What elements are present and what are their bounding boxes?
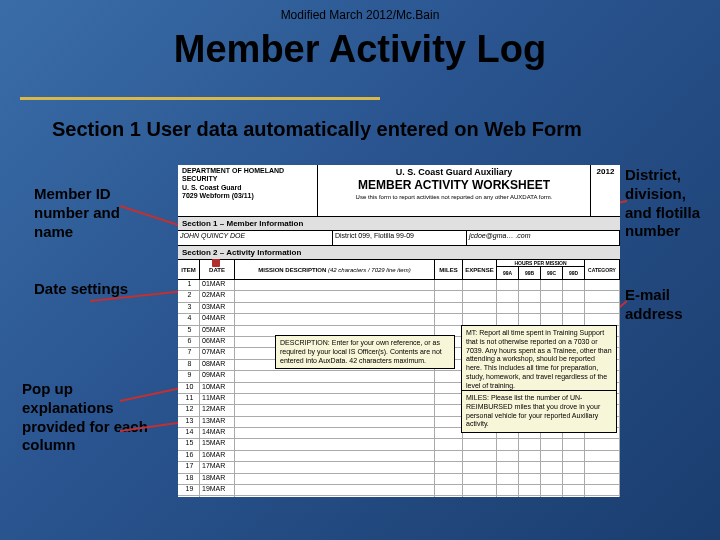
cell-category[interactable] bbox=[585, 439, 620, 449]
cell-date[interactable]: 10MAR bbox=[200, 383, 235, 393]
cell-expense[interactable] bbox=[463, 474, 497, 484]
cell-miles[interactable] bbox=[435, 280, 463, 290]
cell-99a[interactable] bbox=[497, 451, 519, 461]
cell-99c[interactable] bbox=[541, 496, 563, 497]
cell-category[interactable] bbox=[585, 496, 620, 497]
cell-desc[interactable] bbox=[235, 383, 435, 393]
cell-date[interactable]: 11MAR bbox=[200, 394, 235, 404]
cell-miles[interactable] bbox=[435, 405, 463, 415]
table-row[interactable]: 202MAR bbox=[178, 291, 620, 302]
cell-99c[interactable] bbox=[541, 303, 563, 313]
cell-date[interactable]: 03MAR bbox=[200, 303, 235, 313]
cell-desc[interactable] bbox=[235, 371, 435, 381]
cell-99a[interactable] bbox=[497, 314, 519, 324]
table-row[interactable]: 1717MAR bbox=[178, 462, 620, 473]
cell-category[interactable] bbox=[585, 303, 620, 313]
cell-expense[interactable] bbox=[463, 451, 497, 461]
cell-expense[interactable] bbox=[463, 291, 497, 301]
cell-date[interactable]: 04MAR bbox=[200, 314, 235, 324]
cell-99a[interactable] bbox=[497, 303, 519, 313]
cell-99c[interactable] bbox=[541, 474, 563, 484]
cell-miles[interactable] bbox=[435, 451, 463, 461]
table-row[interactable]: 1818MAR bbox=[178, 474, 620, 485]
cell-miles[interactable] bbox=[435, 291, 463, 301]
cell-99a[interactable] bbox=[497, 496, 519, 497]
cell-99d[interactable] bbox=[563, 439, 585, 449]
popup-icon[interactable] bbox=[212, 259, 220, 267]
table-row[interactable]: 2020MAR bbox=[178, 496, 620, 497]
cell-miles[interactable] bbox=[435, 496, 463, 497]
cell-date[interactable]: 15MAR bbox=[200, 439, 235, 449]
district-flotilla-field[interactable]: District 099, Flotilla 99-09 bbox=[333, 231, 467, 245]
cell-miles[interactable] bbox=[435, 417, 463, 427]
cell-desc[interactable] bbox=[235, 496, 435, 497]
cell-expense[interactable] bbox=[463, 439, 497, 449]
cell-99a[interactable] bbox=[497, 439, 519, 449]
cell-99b[interactable] bbox=[519, 291, 541, 301]
cell-date[interactable]: 14MAR bbox=[200, 428, 235, 438]
cell-date[interactable]: 20MAR bbox=[200, 496, 235, 497]
cell-date[interactable]: 19MAR bbox=[200, 485, 235, 495]
cell-category[interactable] bbox=[585, 280, 620, 290]
cell-date[interactable]: 02MAR bbox=[200, 291, 235, 301]
cell-miles[interactable] bbox=[435, 383, 463, 393]
cell-expense[interactable] bbox=[463, 496, 497, 497]
table-row[interactable]: 1515MAR bbox=[178, 439, 620, 450]
cell-category[interactable] bbox=[585, 485, 620, 495]
cell-desc[interactable] bbox=[235, 280, 435, 290]
cell-date[interactable]: 09MAR bbox=[200, 371, 235, 381]
cell-99c[interactable] bbox=[541, 439, 563, 449]
cell-desc[interactable] bbox=[235, 439, 435, 449]
cell-date[interactable]: 08MAR bbox=[200, 360, 235, 370]
year-field[interactable]: 2012 bbox=[590, 165, 620, 216]
cell-desc[interactable] bbox=[235, 303, 435, 313]
cell-category[interactable] bbox=[585, 462, 620, 472]
cell-desc[interactable] bbox=[235, 474, 435, 484]
cell-expense[interactable] bbox=[463, 303, 497, 313]
cell-date[interactable]: 05MAR bbox=[200, 326, 235, 336]
table-row[interactable]: 303MAR bbox=[178, 303, 620, 314]
table-row[interactable]: 1616MAR bbox=[178, 451, 620, 462]
cell-99b[interactable] bbox=[519, 474, 541, 484]
cell-desc[interactable] bbox=[235, 405, 435, 415]
table-row[interactable]: 404MAR bbox=[178, 314, 620, 325]
cell-desc[interactable] bbox=[235, 428, 435, 438]
cell-date[interactable]: 16MAR bbox=[200, 451, 235, 461]
cell-99d[interactable] bbox=[563, 496, 585, 497]
cell-date[interactable]: 12MAR bbox=[200, 405, 235, 415]
cell-99c[interactable] bbox=[541, 485, 563, 495]
cell-miles[interactable] bbox=[435, 371, 463, 381]
cell-category[interactable] bbox=[585, 314, 620, 324]
cell-99b[interactable] bbox=[519, 314, 541, 324]
cell-99c[interactable] bbox=[541, 314, 563, 324]
cell-miles[interactable] bbox=[435, 485, 463, 495]
cell-99d[interactable] bbox=[563, 485, 585, 495]
cell-desc[interactable] bbox=[235, 314, 435, 324]
cell-expense[interactable] bbox=[463, 314, 497, 324]
cell-99c[interactable] bbox=[541, 291, 563, 301]
cell-date[interactable]: 13MAR bbox=[200, 417, 235, 427]
cell-date[interactable]: 18MAR bbox=[200, 474, 235, 484]
cell-99b[interactable] bbox=[519, 485, 541, 495]
cell-desc[interactable] bbox=[235, 291, 435, 301]
cell-99b[interactable] bbox=[519, 280, 541, 290]
cell-99a[interactable] bbox=[497, 280, 519, 290]
cell-99b[interactable] bbox=[519, 303, 541, 313]
cell-99a[interactable] bbox=[497, 291, 519, 301]
cell-expense[interactable] bbox=[463, 280, 497, 290]
cell-99b[interactable] bbox=[519, 451, 541, 461]
cell-category[interactable] bbox=[585, 291, 620, 301]
cell-desc[interactable] bbox=[235, 485, 435, 495]
email-field[interactable]: jcdoe@gma… .com bbox=[467, 231, 620, 245]
cell-desc[interactable] bbox=[235, 462, 435, 472]
cell-99c[interactable] bbox=[541, 462, 563, 472]
cell-date[interactable]: 07MAR bbox=[200, 348, 235, 358]
cell-99d[interactable] bbox=[563, 474, 585, 484]
cell-desc[interactable] bbox=[235, 394, 435, 404]
cell-miles[interactable] bbox=[435, 439, 463, 449]
cell-99d[interactable] bbox=[563, 462, 585, 472]
cell-miles[interactable] bbox=[435, 462, 463, 472]
cell-99d[interactable] bbox=[563, 314, 585, 324]
cell-date[interactable]: 01MAR bbox=[200, 280, 235, 290]
cell-99b[interactable] bbox=[519, 439, 541, 449]
